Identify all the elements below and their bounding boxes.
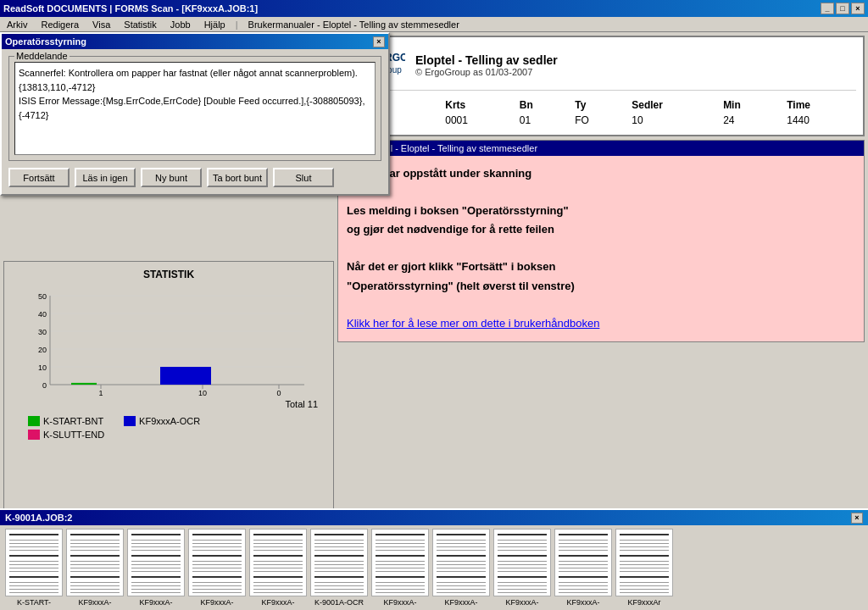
modal-title: Operatörsstyrning <box>5 36 86 47</box>
error-panel: Skanner feil - Eloptel - Telling av stem… <box>337 140 865 342</box>
legend-color-kslutt <box>28 430 40 440</box>
modal-message-area: Scannerfel: Kontrollera om papper har fa… <box>14 62 376 155</box>
modal-dialog: Operatörsstyrning × Meddelande Scannerfe… <box>0 32 390 196</box>
thumbnail-label: KF9xxxA- <box>200 598 233 607</box>
svg-text:50: 50 <box>38 292 47 301</box>
close-btn[interactable]: × <box>851 3 865 14</box>
val-krts: 0001 <box>438 113 512 128</box>
error-line3: Når det er gjort klikk "Fortsätt" i boks… <box>347 258 855 276</box>
col-krts: Krts <box>438 97 512 113</box>
thumbnail-item[interactable]: KF9xxxA- <box>127 529 185 607</box>
legend-label-kstart: K-START-BNT <box>43 416 103 426</box>
svg-text:10: 10 <box>38 363 47 372</box>
modal-close-btn[interactable]: × <box>373 36 385 47</box>
info-header: ERGO Group Eloptel - Telling av sedler ©… <box>346 44 856 91</box>
las-in-igen-button[interactable]: Läs in igen <box>75 168 136 187</box>
thumbnail-item[interactable]: KF9xxxA- <box>432 529 490 607</box>
thumbnail-label: KF9xxxA- <box>383 598 416 607</box>
menu-redigera[interactable]: Redigera <box>37 19 82 30</box>
legend-kslutt: K-SLUTT-END <box>28 430 104 440</box>
ta-bort-bunt-button[interactable]: Ta bort bunt <box>207 168 268 187</box>
ny-bunt-button[interactable]: Ny bunt <box>141 168 202 187</box>
error-help-link[interactable]: Klikk her for å lese mer om dette i bruk… <box>347 314 855 333</box>
legend-row-1: K-START-BNT KF9xxxA-OCR <box>28 416 326 426</box>
job-bar-label: K-9001A.JOB:2 <box>5 513 72 523</box>
thumbnail-item[interactable]: KF9xxxA- <box>554 529 612 607</box>
info-table: Komm Krts Bn Ty Sedler Min Time 9001 000… <box>346 97 856 128</box>
thumbnail-label: KF9xxxA- <box>566 598 599 607</box>
total-label: Total 11 <box>11 399 318 409</box>
error-line1: En feil har oppstått under skanning <box>347 164 855 183</box>
chart-svg: 50 40 30 20 10 0 1 10 <box>25 287 313 397</box>
menu-hjälp[interactable]: Hjälp <box>201 19 229 30</box>
thumbnail-image <box>249 529 307 596</box>
menu-brukermanualer[interactable]: Brukermanualer - Eloptel - Telling av st… <box>245 19 463 30</box>
menu-statistik[interactable]: Statistik <box>120 19 160 30</box>
thumbnail-label: KF9xxxA- <box>139 598 172 607</box>
fortsätt-button[interactable]: Fortsätt <box>8 168 70 187</box>
stats-title: STATISTIK <box>11 269 326 280</box>
thumbnail-image <box>5 529 63 596</box>
thumbnail-label: K-START- <box>17 598 51 607</box>
thumbnail-label: KF9xxxA- <box>78 598 111 607</box>
legend-color-kstart <box>28 416 40 426</box>
thumbnail-image <box>493 529 551 596</box>
title-bar: ReadSoft DOCUMENTS | FORMS Scan - [KF9xx… <box>0 0 868 17</box>
col-min: Min <box>716 97 780 113</box>
svg-text:40: 40 <box>38 310 47 319</box>
col-bn: Bn <box>513 97 569 113</box>
error-line3b: "Operatörsstyrning" (helt øverst til ven… <box>347 277 855 296</box>
info-box: ERGO Group Eloptel - Telling av sedler ©… <box>337 36 865 136</box>
val-time: 1440 <box>780 113 856 128</box>
error-panel-content: En feil har oppstått under skanning Les … <box>338 156 864 341</box>
restore-btn[interactable]: □ <box>836 3 849 14</box>
menu-visa[interactable]: Visa <box>89 19 114 30</box>
modal-message-line1: Scannerfel: Kontrollera om papper har fa… <box>19 66 371 80</box>
svg-rect-13 <box>71 383 97 385</box>
minimize-btn[interactable]: _ <box>821 3 834 14</box>
thumbnail-image <box>615 529 673 596</box>
val-ty: FO <box>568 113 625 128</box>
modal-group-box: Meddelande Scannerfel: Kontrollera om pa… <box>8 56 381 161</box>
col-sedler: Sedler <box>625 97 716 113</box>
thumbnail-image <box>66 529 124 596</box>
thumbnail-item[interactable]: KF9xxxA- <box>371 529 429 607</box>
modal-buttons: Fortsätt Läs in igen Ny bunt Ta bort bun… <box>8 168 381 187</box>
menu-jobb[interactable]: Jobb <box>167 19 194 30</box>
thumbnail-item[interactable]: KF9xxxA- <box>66 529 124 607</box>
val-min: 24 <box>716 113 780 128</box>
col-ty: Ty <box>568 97 625 113</box>
modal-message-line3: ISIS Error Message:{Msg.ErrCode,ErrCode}… <box>19 94 371 122</box>
legend-label-kslutt: K-SLUTT-END <box>43 430 104 440</box>
thumbnail-item[interactable]: KF9xxxA- <box>249 529 307 607</box>
modal-title-bar: Operatörsstyrning × <box>2 34 388 49</box>
thumbnail-item[interactable]: KF9xxxA- <box>493 529 551 607</box>
window-controls[interactable]: _ □ × <box>821 3 865 14</box>
error-line2b: og gjør det nødvendige for å rette feile… <box>347 220 855 239</box>
thumbnail-image <box>432 529 490 596</box>
legend-kstart: K-START-BNT <box>28 416 103 426</box>
job-bar: K-9001A.JOB:2 × K-START-KF9xxxA-KF9xxxA-… <box>0 508 868 610</box>
info-copyright: © ErgoGroup as 01/03-2007 <box>415 67 558 77</box>
menu-arkiv[interactable]: Arkiv <box>3 19 31 30</box>
legend-color-ocr <box>124 416 136 426</box>
thumbnail-item[interactable]: KF9xxxAr <box>615 529 673 607</box>
val-bn: 01 <box>513 113 569 128</box>
job-bar-close-btn[interactable]: × <box>851 513 863 524</box>
svg-text:1: 1 <box>98 389 103 397</box>
val-sedler: 10 <box>625 113 716 128</box>
window-title: ReadSoft DOCUMENTS | FORMS Scan - [KF9xx… <box>3 3 258 14</box>
thumbnail-label: K-9001A-OCR <box>314 598 364 607</box>
thumbnail-label: KF9xxxA- <box>261 598 294 607</box>
legend-row-2: K-SLUTT-END <box>28 430 326 440</box>
col-time: Time <box>780 97 856 113</box>
thumbnail-item[interactable]: K-9001A-OCR <box>310 529 368 607</box>
error-panel-title: Skanner feil - Eloptel - Telling av stem… <box>338 141 864 156</box>
svg-text:10: 10 <box>198 389 207 397</box>
thumbnail-item[interactable]: K-START- <box>5 529 63 607</box>
svg-text:0: 0 <box>276 389 281 397</box>
slut-button[interactable]: Slut <box>273 168 334 187</box>
job-bar-title: K-9001A.JOB:2 × <box>0 510 868 525</box>
thumbnail-item[interactable]: KF9xxxA- <box>188 529 246 607</box>
svg-text:0: 0 <box>42 381 47 390</box>
